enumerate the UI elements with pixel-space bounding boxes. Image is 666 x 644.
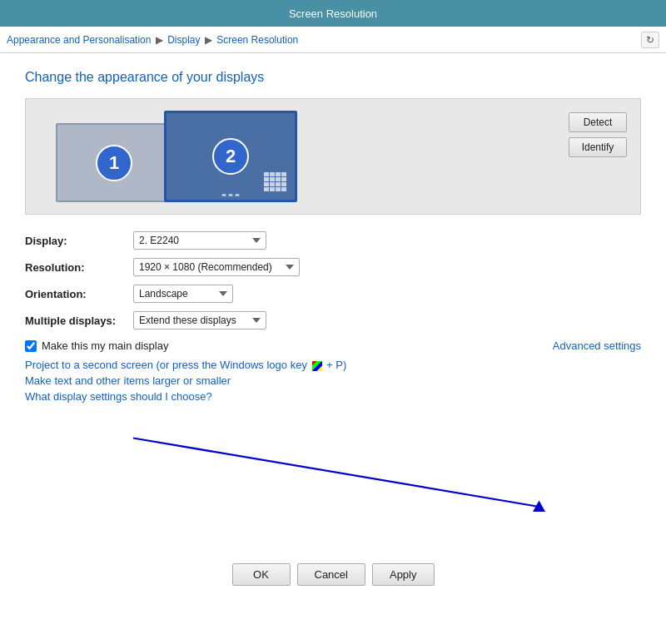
monitor-1-number: 1 bbox=[96, 145, 132, 181]
display-preview-area: 1 2 Detect Identify bbox=[25, 98, 641, 215]
multiple-displays-label: Multiple displays: bbox=[25, 315, 133, 327]
orientation-label: Orientation: bbox=[25, 288, 133, 300]
cancel-button[interactable]: Cancel bbox=[297, 563, 365, 586]
display-label: Display: bbox=[25, 235, 133, 247]
monitor-2-grid-icon bbox=[264, 172, 286, 191]
monitor-2-number: 2 bbox=[212, 138, 249, 175]
breadcrumb-text: Appearance and Personalisation ▶ Display… bbox=[7, 34, 636, 46]
display-row: Display: 2. E2240 bbox=[25, 231, 641, 250]
display-settings-help-link[interactable]: What display settings should I choose? bbox=[25, 390, 641, 403]
title-bar: Screen Resolution bbox=[0, 0, 666, 27]
orientation-row: Orientation: Landscape Portrait Landscap… bbox=[25, 285, 641, 303]
svg-marker-1 bbox=[533, 501, 545, 513]
project-to-second-screen-link[interactable]: Project to a second screen (or press the… bbox=[25, 359, 641, 371]
detect-button[interactable]: Detect bbox=[569, 112, 627, 132]
resolution-select[interactable]: 1920 × 1080 (Recommended) bbox=[133, 258, 300, 276]
title-text: Screen Resolution bbox=[289, 7, 377, 20]
main-display-label: Make this my main display bbox=[42, 339, 168, 352]
multiple-displays-row: Multiple displays: Extend these displays… bbox=[25, 311, 641, 329]
apply-button[interactable]: Apply bbox=[372, 563, 435, 586]
page-heading: Change the appearance of your displays bbox=[25, 70, 641, 85]
text-size-link[interactable]: Make text and other items larger or smal… bbox=[25, 374, 641, 387]
links-section-wrapper: Project to a second screen (or press the… bbox=[25, 359, 641, 547]
links-section: Project to a second screen (or press the… bbox=[25, 359, 641, 403]
multiple-displays-select[interactable]: Extend these displays Duplicate these di… bbox=[133, 311, 266, 329]
monitors-container: 1 2 bbox=[56, 111, 297, 202]
monitor-1[interactable]: 1 bbox=[56, 123, 172, 202]
monitor-2-dots-bottom bbox=[222, 194, 240, 196]
checkbox-left: Make this my main display bbox=[25, 339, 168, 352]
checkbox-row: Make this my main display Advanced setti… bbox=[25, 339, 641, 352]
detect-identify-buttons: Detect Identify bbox=[569, 112, 627, 157]
monitor-2[interactable]: 2 bbox=[164, 111, 297, 202]
bottom-buttons: OK Cancel Apply bbox=[25, 563, 641, 594]
svg-line-0 bbox=[133, 438, 539, 508]
arrow-annotation bbox=[25, 419, 641, 544]
resolution-row: Resolution: 1920 × 1080 (Recommended) bbox=[25, 258, 641, 276]
main-display-checkbox[interactable] bbox=[25, 340, 37, 352]
form-section: Display: 2. E2240 Resolution: 1920 × 108… bbox=[25, 231, 641, 329]
advanced-settings-link[interactable]: Advanced settings bbox=[553, 339, 641, 352]
windows-logo-icon bbox=[312, 361, 322, 371]
ok-button[interactable]: OK bbox=[232, 563, 291, 586]
address-bar: Appearance and Personalisation ▶ Display… bbox=[0, 27, 666, 53]
resolution-label: Resolution: bbox=[25, 261, 133, 274]
orientation-select[interactable]: Landscape Portrait Landscape (flipped) P… bbox=[133, 285, 233, 303]
refresh-button[interactable]: ↻ bbox=[641, 32, 659, 48]
display-select[interactable]: 2. E2240 bbox=[133, 231, 266, 250]
main-content: Change the appearance of your displays 1… bbox=[0, 53, 666, 644]
identify-button[interactable]: Identify bbox=[569, 137, 627, 157]
